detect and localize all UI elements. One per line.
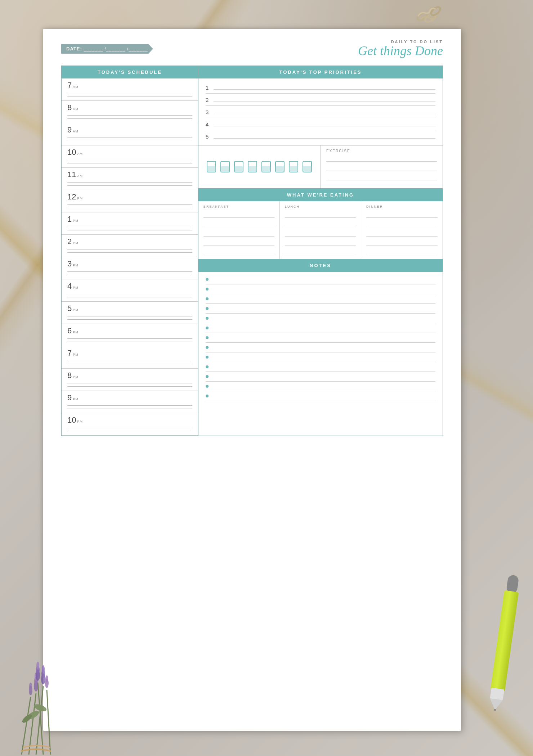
priorities-header: TODAY'S TOP PRIORITIES: [198, 66, 443, 78]
page-tagline: Get things Done: [358, 44, 443, 58]
note-row-13[interactable]: [206, 391, 435, 401]
notes-section: NOTES: [198, 259, 443, 436]
water-glass-5[interactable]: [260, 160, 272, 174]
time-slot-1pm: 1 PM: [62, 212, 198, 235]
lunch-line-2[interactable]: [285, 221, 356, 227]
breakfast-line-5[interactable]: [203, 249, 274, 255]
exercise-lines: [326, 156, 437, 180]
eating-section: WHAT WE'RE EATING BREAKFAST LUNCH: [198, 189, 443, 259]
time-slot-10am: 10 AM: [62, 145, 198, 168]
exercise-line-3[interactable]: [326, 175, 437, 180]
time-slot-11am: 11 AM: [62, 168, 198, 190]
note-row-6[interactable]: [206, 323, 435, 333]
breakfast-line-1[interactable]: [203, 212, 274, 218]
time-slot-12pm: 12 PM: [62, 190, 198, 212]
time-slot-2pm: 2 PM: [62, 235, 198, 257]
priority-row-5[interactable]: 5: [206, 130, 435, 142]
note-row-12[interactable]: [206, 382, 435, 391]
dinner-line-4[interactable]: [366, 240, 438, 246]
note-row-3[interactable]: [206, 294, 435, 304]
priority-list: 1 2 3 4 5: [198, 78, 443, 145]
exercise-label: EXERCISE: [326, 149, 437, 153]
dinner-label: DINNER: [366, 205, 438, 208]
breakfast-label: BREAKFAST: [203, 205, 274, 208]
priority-row-1[interactable]: 1: [206, 81, 435, 94]
meals-grid: BREAKFAST LUNCH: [198, 201, 443, 259]
lunch-line-3[interactable]: [285, 231, 356, 237]
note-bullet-10: [206, 365, 209, 368]
dinner-line-1[interactable]: [366, 212, 438, 218]
note-row-2[interactable]: [206, 284, 435, 294]
svg-point-37: [42, 665, 45, 672]
time-slot-8pm: 8 PM: [62, 369, 198, 391]
right-column: TODAY'S TOP PRIORITIES 1 2 3: [198, 66, 443, 436]
note-row-4[interactable]: [206, 304, 435, 314]
note-bullet-4: [206, 307, 209, 310]
svg-rect-5: [234, 166, 243, 172]
note-bullet-12: [206, 385, 209, 388]
note-bullet-11: [206, 375, 209, 378]
svg-point-18: [430, 5, 442, 17]
exercise-line-1[interactable]: [326, 156, 437, 162]
water-glass-1[interactable]: [206, 160, 217, 174]
water-glass-6[interactable]: [274, 160, 286, 174]
schedule-column: TODAY'S SCHEDULE 7 AM 8 AM: [62, 66, 198, 436]
time-slot-7am: 7 AM: [62, 78, 198, 101]
breakfast-line-2[interactable]: [203, 221, 274, 227]
svg-rect-15: [303, 166, 312, 172]
note-bullet-6: [206, 327, 209, 329]
water-glass-7[interactable]: [288, 160, 299, 174]
dinner-line-5[interactable]: [366, 249, 438, 255]
breakfast-col: BREAKFAST: [198, 201, 280, 259]
note-row-11[interactable]: [206, 372, 435, 382]
breakfast-line-4[interactable]: [203, 240, 274, 246]
note-row-1[interactable]: [206, 275, 435, 284]
priority-row-3[interactable]: 3: [206, 106, 435, 118]
water-glass-2[interactable]: [219, 160, 231, 174]
svg-point-42: [36, 662, 39, 669]
priorities-section: TODAY'S TOP PRIORITIES 1 2 3: [198, 66, 443, 145]
svg-point-39: [29, 683, 32, 690]
lunch-line-1[interactable]: [285, 212, 356, 218]
water-glass-3[interactable]: [233, 160, 245, 174]
note-bullet-5: [206, 317, 209, 320]
svg-rect-1: [207, 166, 216, 172]
note-bullet-9: [206, 356, 209, 359]
note-bullet-1: [206, 278, 209, 281]
water-glass-8[interactable]: [301, 160, 313, 174]
main-grid: TODAY'S SCHEDULE 7 AM 8 AM: [61, 66, 443, 436]
exercise-section: EXERCISE: [321, 145, 443, 188]
svg-rect-13: [289, 166, 298, 172]
note-bullet-13: [206, 395, 209, 397]
time-slot-7pm: 7 PM: [62, 346, 198, 369]
notes-header: NOTES: [198, 259, 443, 272]
priority-row-4[interactable]: 4: [206, 118, 435, 130]
time-slot-4pm: 4 PM: [62, 279, 198, 302]
note-row-9[interactable]: [206, 352, 435, 362]
note-bullet-7: [206, 336, 209, 339]
priority-row-2[interactable]: 2: [206, 94, 435, 106]
note-row-10[interactable]: [206, 362, 435, 372]
water-exercise-section: EXERCISE: [198, 145, 443, 189]
paper-sheet: DATE: _______ /_______ /_______ DAILY TO…: [43, 29, 461, 731]
svg-rect-7: [248, 166, 257, 172]
time-slot-5pm: 5 PM: [62, 302, 198, 324]
date-label: DATE: _______ /_______ /_______: [61, 44, 153, 54]
note-row-8[interactable]: [206, 343, 435, 352]
dinner-line-3[interactable]: [366, 231, 438, 237]
lunch-col: LUNCH: [280, 201, 361, 259]
svg-marker-22: [488, 698, 503, 711]
exercise-line-2[interactable]: [326, 165, 437, 171]
lunch-line-4[interactable]: [285, 240, 356, 246]
lunch-line-5[interactable]: [285, 249, 356, 255]
note-row-5[interactable]: [206, 314, 435, 323]
time-slot-9am: 9 AM: [62, 123, 198, 145]
schedule-header: TODAY'S SCHEDULE: [62, 66, 198, 78]
breakfast-line-3[interactable]: [203, 231, 274, 237]
water-glass-4[interactable]: [247, 160, 258, 174]
note-bullet-3: [206, 297, 209, 300]
dinner-line-2[interactable]: [366, 221, 438, 227]
time-slot-3pm: 3 PM: [62, 257, 198, 279]
note-row-7[interactable]: [206, 333, 435, 343]
time-slot-9pm: 9 PM: [62, 391, 198, 413]
